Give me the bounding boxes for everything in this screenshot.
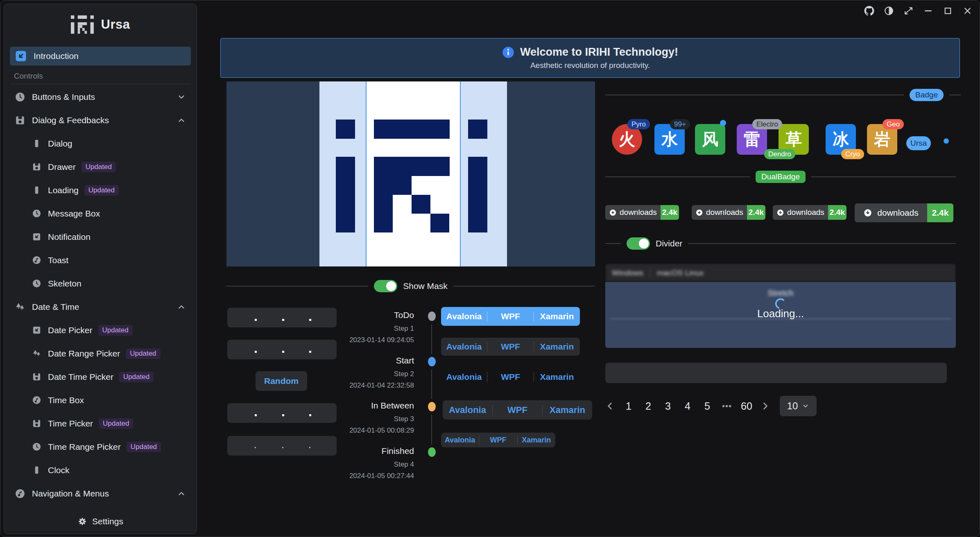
clock-icon	[15, 92, 25, 102]
sidebar-group-date-time[interactable]: Date & Time	[10, 295, 191, 318]
sidebar-item-toast[interactable]: Toast	[10, 248, 191, 272]
sidebar-item-time-picker[interactable]: Time Picker Updated	[10, 412, 191, 435]
badge-pyro: Pyro	[627, 119, 650, 129]
sidebar-item-loading[interactable]: Loading Updated	[10, 178, 191, 202]
sidebar-item-date-time-picker[interactable]: Date Time Picker Updated	[10, 365, 191, 388]
avalonia-button[interactable]: Avalonia	[441, 311, 487, 321]
ursa-logo-icon	[71, 15, 94, 34]
avalonia-button[interactable]: Avalonia	[443, 405, 492, 415]
toggle-knob	[639, 239, 649, 248]
wpf-button[interactable]: WPF	[487, 311, 533, 321]
avalonia-button[interactable]: Avalonia	[441, 342, 487, 352]
xamarin-button[interactable]: Xamarin	[518, 436, 555, 444]
show-mask-row: Show Mask	[226, 279, 595, 293]
sidebar: Ursa Introduction Controls Buttons & Inp…	[4, 4, 197, 534]
random-button[interactable]: Random	[256, 371, 307, 391]
xamarin-button[interactable]: Xamarin	[543, 405, 592, 415]
xamarin-button[interactable]: Xamarin	[534, 372, 580, 382]
previous-page-button chevron-left-icon[interactable]	[605, 401, 615, 411]
next-page-button chevron-right-icon[interactable]	[760, 401, 770, 411]
button-group-solid: Avalonia WPF Xamarin	[441, 307, 580, 326]
divider-demo-row: Divider	[605, 237, 956, 250]
sidebar-item-clock[interactable]: Clock	[10, 458, 191, 482]
music-note-icon	[32, 395, 41, 405]
logo-pixel	[374, 120, 450, 139]
clock-icon	[32, 442, 41, 451]
floppy-icon	[32, 372, 41, 381]
dualbadge-demo-row: downloads 2.4k downloads 2.4k downloads …	[605, 203, 956, 224]
close-button[interactable]	[962, 5, 973, 16]
item-label: Date Picker	[48, 325, 93, 335]
settings-button[interactable]: Settings	[4, 509, 197, 534]
page-size-select[interactable]: 10	[780, 396, 817, 416]
step-sub: Step 3	[394, 415, 414, 423]
wpf-button[interactable]: WPF	[487, 372, 533, 382]
sidebar-item-skeleton[interactable]: Skeleton	[10, 272, 191, 295]
wpf-button[interactable]: WPF	[487, 342, 533, 352]
download-icon	[695, 209, 703, 217]
step-time: 2023-01-14 09:24:05	[349, 336, 414, 344]
logo-pixel	[374, 176, 412, 195]
logo-pixel	[336, 120, 355, 139]
step-sub: Step 1	[394, 325, 414, 333]
xamarin-button[interactable]: Xamarin	[534, 342, 580, 352]
downloads-badge-large: downloads 2.4k	[855, 203, 953, 222]
button-group-dark: Avalonia WPF Xamarin	[441, 338, 580, 356]
avalonia-button[interactable]: Avalonia	[441, 372, 487, 382]
page-size-value: 10	[787, 400, 798, 412]
sidebar-item-date-range-picker[interactable]: Date Range Picker Updated	[10, 342, 191, 365]
page-button-3[interactable]: 3	[662, 400, 674, 412]
sidebar-item-message-box[interactable]: Message Box	[10, 202, 191, 225]
banner-title: Welcome to IRIHI Technology!	[520, 46, 678, 59]
page-button-2[interactable]: 2	[642, 400, 654, 412]
close-icon	[962, 6, 973, 16]
badge-label: downloads	[620, 208, 657, 217]
floppy-icon	[32, 162, 41, 171]
step-dot-todo	[428, 311, 436, 321]
sidebar-item-date-picker[interactable]: Date Picker Updated	[10, 318, 191, 342]
ipv4-input[interactable]	[227, 340, 337, 359]
sidebar-item-notification[interactable]: Notification	[10, 225, 191, 248]
ipv4-input[interactable]	[227, 403, 337, 423]
sidebar-group-dialog-feedbacks[interactable]: Dialog & Feedbacks	[10, 108, 191, 132]
ipv4-input[interactable]	[227, 308, 337, 327]
step-connector	[431, 415, 432, 444]
divider-toggle[interactable]	[627, 237, 650, 250]
sidebar-group-buttons-inputs[interactable]: Buttons & Inputs	[10, 85, 191, 108]
ipv4-input[interactable]	[227, 436, 337, 456]
avalonia-button[interactable]: Avalonia	[441, 436, 479, 444]
page-button-5[interactable]: 5	[701, 400, 713, 412]
sidebar-item-time-range-picker[interactable]: Time Range Picker Updated	[10, 435, 191, 458]
gear-icon	[77, 517, 87, 526]
fullscreen-button[interactable]	[903, 5, 914, 16]
step-dot-start	[428, 357, 436, 366]
minimize-button[interactable]	[923, 5, 934, 16]
trees-icon	[15, 302, 25, 312]
theme-icon	[884, 6, 894, 16]
github-icon	[864, 6, 874, 16]
sidebar-item-introduction[interactable]: Introduction	[10, 47, 191, 65]
sidebar-group-navigation-menus[interactable]: Navigation & Menus	[10, 482, 191, 505]
item-label: Drawer	[48, 162, 76, 172]
github-button[interactable]	[864, 5, 875, 16]
page-button-1[interactable]: 1	[622, 400, 635, 412]
sidebar-item-drawer[interactable]: Drawer Updated	[10, 155, 191, 178]
updated-badge: Updated	[81, 162, 116, 172]
wpf-button[interactable]: WPF	[493, 405, 542, 415]
tab-macos-linux: macOS Linux	[657, 268, 704, 278]
xamarin-button[interactable]: Xamarin	[534, 311, 580, 321]
divider-line	[226, 286, 368, 287]
loading-panel-tabs: Windows macOS Linux	[605, 264, 956, 282]
divider-line	[811, 176, 956, 177]
logo-pixel	[374, 195, 393, 214]
show-mask-toggle[interactable]	[374, 280, 397, 292]
wpf-button[interactable]: WPF	[479, 436, 517, 444]
page-button-4[interactable]: 4	[681, 400, 694, 412]
sidebar-item-time-box[interactable]: Time Box	[10, 388, 191, 412]
download-icon	[776, 209, 784, 217]
pagination-ellipsis[interactable]: •••	[721, 402, 733, 411]
sidebar-item-dialog[interactable]: Dialog	[10, 132, 191, 155]
page-button-60[interactable]: 60	[740, 400, 753, 412]
theme-toggle-button[interactable]	[883, 5, 894, 16]
maximize-button[interactable]	[942, 5, 953, 16]
